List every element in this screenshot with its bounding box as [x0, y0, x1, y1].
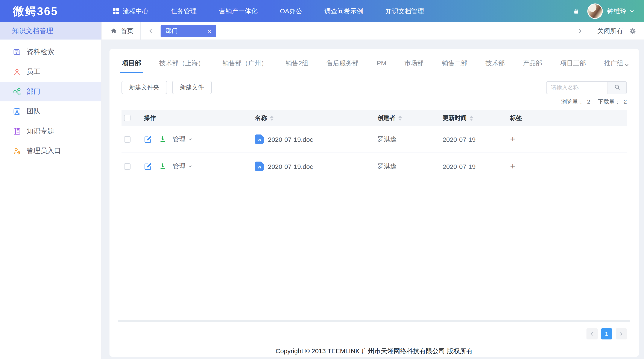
main-nav: 流程中心任务管理营销产一体化OA办公调查问卷示例知识文档管理: [102, 0, 435, 22]
row-checkbox[interactable]: [124, 163, 130, 170]
new-file-button[interactable]: 新建文件: [172, 81, 212, 94]
divider: [140, 22, 141, 40]
row-actions: 管理: [144, 162, 255, 170]
edit-icon[interactable]: [144, 162, 152, 170]
column-header: 更新时间: [443, 114, 510, 122]
tab-label: 部门: [166, 27, 178, 35]
dept-tab[interactable]: 技术部（上海）: [159, 59, 205, 73]
views-count: 2: [587, 98, 590, 105]
prev-page-button[interactable]: [586, 328, 598, 339]
scroll-tabs-right-icon[interactable]: [577, 28, 583, 34]
navbar-user-area: 钟维玲: [573, 4, 644, 19]
user-avatar[interactable]: [587, 4, 603, 19]
add-tag-button[interactable]: +: [510, 135, 516, 144]
manage-dropdown[interactable]: 管理: [172, 162, 192, 170]
chevron-down-icon: [188, 164, 192, 168]
pagination: 1: [586, 328, 627, 339]
manage-dropdown[interactable]: 管理: [172, 135, 192, 143]
dept-tab[interactable]: 销售部（广州）: [222, 59, 268, 73]
row-actions: 管理: [144, 135, 255, 143]
horizontal-scrollbar[interactable]: [118, 320, 630, 322]
dept-tab[interactable]: 技术部: [485, 59, 505, 73]
sidebar-item-label: 知识专题: [26, 127, 54, 136]
download-icon[interactable]: [159, 135, 166, 143]
search-button[interactable]: [608, 81, 626, 94]
edit-icon[interactable]: [144, 135, 152, 143]
tab-department[interactable]: 部门 ×: [160, 25, 216, 37]
updated-time: 2020-07-19: [443, 163, 510, 170]
collapse-tabs-icon[interactable]: [624, 62, 630, 73]
employee-icon: [13, 68, 21, 76]
sidebar-item-label: 部门: [26, 87, 40, 96]
dept-tab[interactable]: 销售2组: [285, 59, 309, 73]
manage-label: 管理: [172, 135, 186, 143]
search-input[interactable]: [546, 81, 608, 94]
select-all-checkbox[interactable]: [124, 115, 130, 121]
page-tabs-bar: 首页 部门 × 关闭所有: [102, 22, 644, 40]
nav-item[interactable]: 流程中心: [102, 0, 160, 22]
scroll-tabs-left-icon[interactable]: [148, 28, 154, 34]
table-row: 管理w2020-07-19.doc罗淇逢2020-07-19+: [122, 126, 627, 153]
chevron-down-icon[interactable]: [630, 9, 634, 14]
sort-toggle[interactable]: [398, 115, 402, 121]
dept-tab[interactable]: 推广组: [604, 59, 624, 73]
file-name[interactable]: 2020-07-19.doc: [268, 163, 313, 170]
nav-item[interactable]: 营销产一体化: [208, 0, 269, 22]
home-icon[interactable]: [110, 28, 117, 34]
user-name[interactable]: 钟维玲: [607, 7, 626, 15]
row-checkbox[interactable]: [124, 136, 130, 142]
column-header-label: 更新时间: [443, 114, 467, 122]
search-icon: [614, 84, 620, 91]
close-icon[interactable]: ×: [207, 28, 211, 34]
downloads-count: 2: [624, 98, 627, 105]
column-header: 创建者: [378, 114, 443, 122]
column-header: 标签: [510, 114, 627, 122]
sidebar-item[interactable]: 知识专题: [0, 121, 101, 141]
dept-tab[interactable]: PM: [376, 59, 387, 73]
add-tag-button[interactable]: +: [510, 162, 516, 171]
gear-icon[interactable]: [629, 27, 636, 35]
sidebar-item[interactable]: 员工: [0, 62, 101, 82]
nav-item[interactable]: 任务管理: [160, 0, 208, 22]
download-icon[interactable]: [159, 162, 166, 170]
file-name[interactable]: 2020-07-19.doc: [268, 136, 313, 143]
module-title: 知识文档管理: [0, 22, 101, 40]
top-navbar: 微鳄365 流程中心任务管理营销产一体化OA办公调查问卷示例知识文档管理 钟维玲: [0, 0, 644, 22]
lock-icon[interactable]: [573, 7, 580, 15]
doc-search-icon: [13, 48, 21, 56]
creator: 罗淇逢: [378, 162, 443, 170]
sidebar-item[interactable]: 部门: [0, 82, 101, 101]
home-tab[interactable]: 首页: [121, 27, 134, 35]
nav-item[interactable]: 知识文档管理: [374, 0, 435, 22]
tag-cell: +: [510, 162, 627, 171]
toolbar: 新建文件夹 新建文件: [122, 81, 627, 94]
dept-tab[interactable]: 销售二部: [441, 59, 468, 73]
new-folder-button[interactable]: 新建文件夹: [122, 81, 167, 94]
sidebar-item[interactable]: 资料检索: [0, 42, 101, 62]
close-all-button[interactable]: 关闭所有: [597, 27, 623, 35]
sidebar-item[interactable]: 管理员入口: [0, 141, 101, 161]
app-window: 微鳄365 流程中心任务管理营销产一体化OA办公调查问卷示例知识文档管理 钟维玲…: [0, 0, 644, 359]
page-number[interactable]: 1: [601, 328, 612, 339]
nav-item[interactable]: OA办公: [269, 0, 313, 22]
column-header-label: 操作: [144, 114, 156, 122]
sort-toggle[interactable]: [470, 115, 473, 121]
sidebar-item-label: 团队: [26, 107, 40, 116]
next-page-button[interactable]: [616, 328, 627, 339]
dept-tab[interactable]: 项目三部: [560, 59, 586, 73]
grid-icon: [113, 8, 119, 14]
team-icon: [13, 107, 21, 115]
views-stat: 浏览量：2: [561, 98, 590, 106]
column-header: 名称: [255, 114, 378, 122]
dept-tab[interactable]: 产品部: [522, 59, 543, 73]
sidebar-item-label: 员工: [26, 67, 40, 76]
nav-item[interactable]: 调查问卷示例: [313, 0, 374, 22]
sidebar-item[interactable]: 团队: [0, 101, 101, 121]
app-logo[interactable]: 微鳄365: [0, 4, 102, 19]
sort-toggle[interactable]: [270, 115, 274, 121]
dept-tab[interactable]: 市场部: [404, 59, 424, 73]
copyright-footer: Copyright © 2013 TEEMLINK 广州市天翎网络科技有限公司 …: [110, 347, 639, 355]
table-header: 操作名称创建者更新时间标签: [122, 110, 627, 126]
dept-tab[interactable]: 售后服务部: [326, 59, 359, 73]
dept-tab[interactable]: 项目部: [122, 59, 142, 73]
